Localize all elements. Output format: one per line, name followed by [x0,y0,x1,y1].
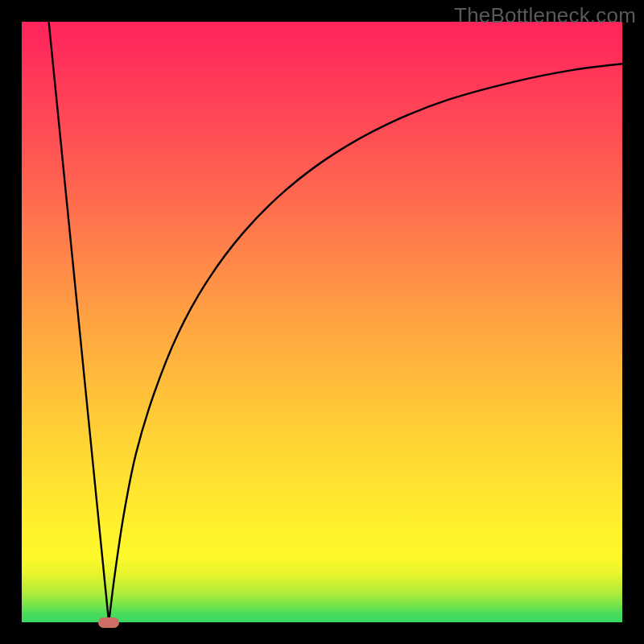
bottleneck-curve [22,22,622,622]
optimum-marker [98,617,119,628]
watermark-text: TheBottleneck.com [454,3,636,28]
chart-frame: TheBottleneck.com [0,0,644,644]
